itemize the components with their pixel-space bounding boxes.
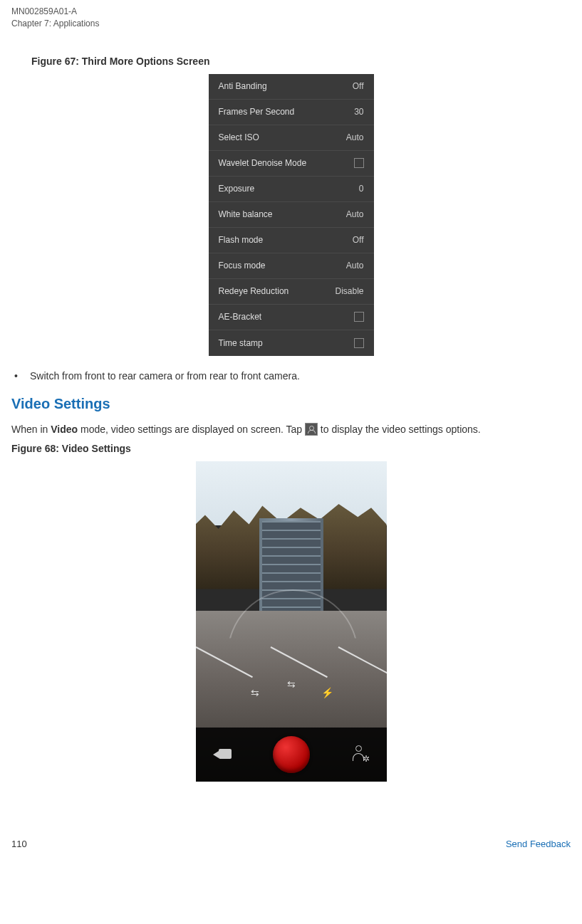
arc-option-icon[interactable]: ⇆ bbox=[249, 686, 261, 699]
option-value: Off bbox=[353, 235, 364, 245]
checkbox-icon[interactable] bbox=[354, 312, 364, 322]
option-label: Frames Per Second bbox=[219, 107, 355, 117]
bullet-text: Switch from front to rear camera or from… bbox=[30, 370, 300, 382]
option-value: Disable bbox=[335, 286, 363, 296]
option-value: Auto bbox=[346, 261, 364, 271]
figure-67-caption: Figure 67: Third More Options Screen bbox=[31, 56, 571, 67]
quick-tools-arc: ⇆ ⇆ ⚡ bbox=[227, 671, 355, 720]
video-mode-icon[interactable] bbox=[213, 747, 232, 762]
option-row-white-balance[interactable]: White balance Auto bbox=[209, 202, 374, 228]
video-settings-screenshot: ⇆ ⇆ ⚡ ✲ bbox=[196, 461, 387, 782]
option-label: AE-Bracket bbox=[219, 312, 354, 322]
option-row-anti-banding[interactable]: Anti Banding Off bbox=[209, 74, 374, 100]
video-settings-paragraph: When in Video mode, video settings are d… bbox=[11, 422, 571, 437]
text-pre: When in bbox=[11, 424, 51, 435]
text-bold-video: Video bbox=[51, 424, 78, 435]
option-label: White balance bbox=[219, 209, 346, 219]
arc-option-icon[interactable]: ⇆ bbox=[285, 678, 298, 691]
checkbox-icon[interactable] bbox=[354, 158, 364, 168]
section-heading-video-settings: Video Settings bbox=[11, 396, 571, 412]
option-label: Flash mode bbox=[219, 235, 353, 245]
option-label: Select ISO bbox=[219, 132, 346, 142]
option-label: Time stamp bbox=[219, 338, 354, 348]
record-button[interactable] bbox=[273, 736, 310, 773]
chapter-label: Chapter 7: Applications bbox=[11, 18, 571, 30]
option-row-focus[interactable]: Focus mode Auto bbox=[209, 253, 374, 279]
send-feedback-link[interactable]: Send Feedback bbox=[506, 839, 571, 849]
option-row-iso[interactable]: Select ISO Auto bbox=[209, 125, 374, 151]
option-label: Wavelet Denoise Mode bbox=[219, 158, 354, 168]
option-row-redeye[interactable]: Redeye Reduction Disable bbox=[209, 279, 374, 305]
option-value: Auto bbox=[346, 209, 364, 219]
text-mid: mode, video settings are displayed on sc… bbox=[78, 424, 305, 435]
text-post: to display the video settings options. bbox=[318, 424, 481, 435]
options-screenshot: Anti Banding Off Frames Per Second 30 Se… bbox=[209, 74, 374, 356]
option-value: Auto bbox=[346, 132, 364, 142]
option-label: Anti Banding bbox=[219, 81, 353, 91]
option-label: Redeye Reduction bbox=[219, 286, 336, 296]
option-row-flash[interactable]: Flash mode Off bbox=[209, 228, 374, 253]
option-row-timestamp[interactable]: Time stamp bbox=[209, 330, 374, 356]
camera-bottom-bar: ✲ bbox=[196, 728, 387, 782]
checkbox-icon[interactable] bbox=[354, 338, 364, 348]
figure-68-caption: Figure 68: Video Settings bbox=[11, 443, 571, 454]
flash-icon[interactable]: ⚡ bbox=[321, 686, 334, 699]
option-value: 0 bbox=[359, 184, 364, 194]
option-row-wavelet[interactable]: Wavelet Denoise Mode bbox=[209, 151, 374, 177]
option-label: Exposure bbox=[219, 184, 359, 194]
video-settings-icon bbox=[305, 423, 318, 436]
option-row-exposure[interactable]: Exposure 0 bbox=[209, 177, 374, 202]
bullet-switch-camera: •Switch from front to rear camera or fro… bbox=[11, 370, 571, 382]
option-value: 30 bbox=[354, 107, 363, 117]
video-settings-button-icon[interactable]: ✲ bbox=[351, 745, 370, 764]
doc-id: MN002859A01-A bbox=[11, 6, 571, 18]
option-row-ae-bracket[interactable]: AE-Bracket bbox=[209, 305, 374, 330]
option-value: Off bbox=[353, 81, 364, 91]
option-row-fps[interactable]: Frames Per Second 30 bbox=[209, 100, 374, 125]
page-number: 110 bbox=[11, 839, 27, 849]
option-label: Focus mode bbox=[219, 261, 346, 271]
